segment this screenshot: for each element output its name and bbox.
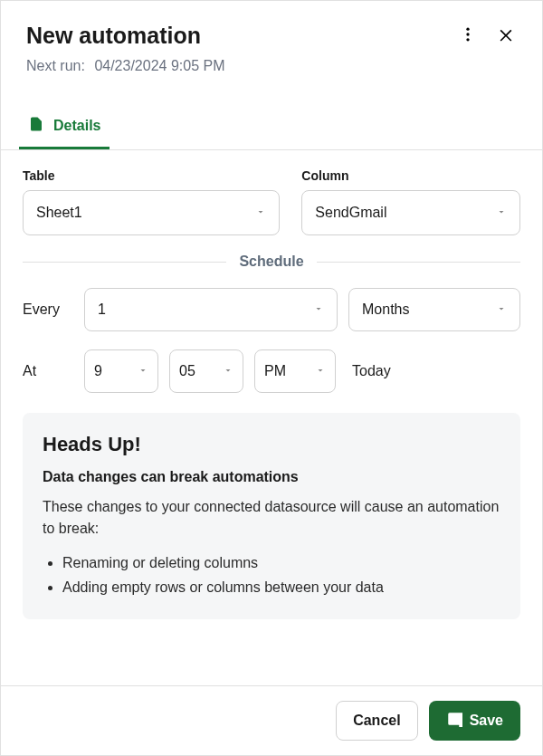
tab-details[interactable]: Details	[19, 107, 110, 149]
every-unit-select[interactable]: Months	[348, 288, 520, 331]
at-label: At	[23, 363, 73, 379]
next-run-value: 04/23/2024 9:05 PM	[94, 58, 224, 73]
tab-details-label: Details	[53, 118, 100, 134]
chevron-down-icon	[223, 363, 233, 379]
cancel-button[interactable]: Cancel	[336, 701, 417, 741]
save-icon	[446, 711, 462, 731]
ampm-value: PM	[264, 363, 286, 379]
every-number-select[interactable]: 1	[84, 288, 338, 331]
hour-value: 9	[94, 363, 102, 379]
table-label: Table	[23, 168, 280, 183]
table-select[interactable]: Sheet1	[23, 190, 280, 235]
divider-line	[317, 262, 520, 263]
chevron-down-icon	[496, 205, 507, 221]
today-label: Today	[352, 363, 391, 379]
alert-body: These changes to your connected datasour…	[43, 496, 500, 540]
table-select-value: Sheet1	[36, 205, 82, 221]
column-label: Column	[301, 168, 520, 183]
every-number-value: 1	[98, 301, 106, 318]
chevron-down-icon	[496, 301, 507, 318]
svg-point-2	[466, 38, 469, 41]
alert-box: Heads Up! Data changes can break automat…	[23, 413, 520, 619]
save-button[interactable]: Save	[429, 701, 520, 741]
more-menu-button[interactable]	[457, 25, 479, 47]
chevron-down-icon	[315, 363, 326, 379]
column-select[interactable]: SendGmail	[301, 190, 520, 235]
svg-point-0	[466, 27, 469, 30]
chevron-down-icon	[138, 363, 148, 379]
document-icon	[28, 116, 44, 136]
minute-value: 05	[179, 363, 195, 379]
alert-item: Renaming or deleting columns	[62, 550, 500, 575]
hour-select[interactable]: 9	[84, 349, 158, 393]
close-button[interactable]	[495, 25, 517, 47]
chevron-down-icon	[255, 205, 266, 221]
every-unit-value: Months	[362, 301, 409, 318]
save-label: Save	[470, 713, 503, 729]
column-select-value: SendGmail	[315, 205, 386, 221]
alert-item: Adding empty rows or columns between you…	[62, 575, 500, 599]
chevron-down-icon	[313, 301, 324, 318]
ampm-select[interactable]: PM	[254, 349, 336, 393]
cancel-label: Cancel	[353, 713, 400, 729]
alert-subheading: Data changes can break automations	[43, 469, 500, 485]
schedule-heading: Schedule	[239, 254, 303, 270]
divider-line	[23, 262, 226, 263]
minute-select[interactable]: 05	[169, 349, 243, 393]
svg-point-1	[466, 33, 469, 35]
close-icon	[497, 25, 515, 47]
next-run-line: Next run: 04/23/2024 9:05 PM	[26, 58, 517, 74]
alert-heading: Heads Up!	[43, 433, 500, 456]
page-title: New automation	[26, 23, 201, 49]
every-label: Every	[23, 301, 73, 318]
more-vertical-icon	[459, 25, 477, 47]
next-run-label: Next run:	[26, 58, 85, 73]
